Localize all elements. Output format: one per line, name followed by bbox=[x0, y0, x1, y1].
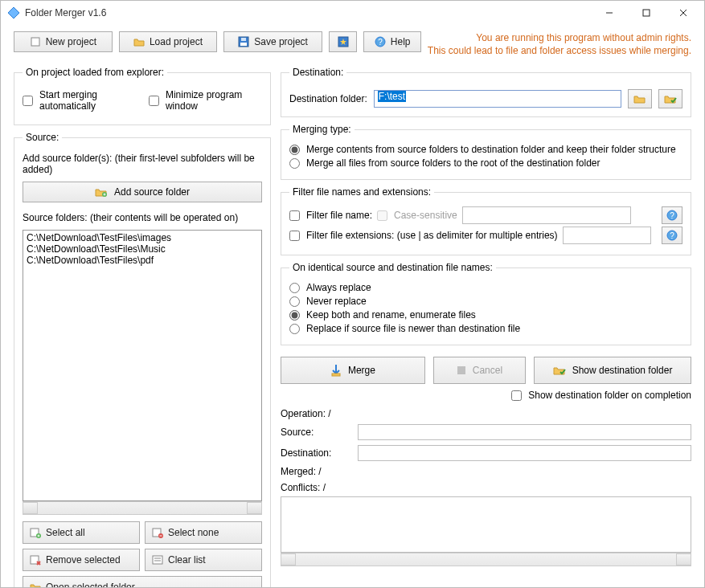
filter-group: Filter file names and extensions: Filter… bbox=[281, 186, 691, 255]
always-replace-input[interactable] bbox=[289, 283, 300, 293]
horizontal-scrollbar[interactable] bbox=[23, 501, 262, 515]
open-selected-folder-button[interactable]: Open selected folder bbox=[23, 576, 262, 588]
source-group: Source: Add source folder(s): (their fir… bbox=[14, 132, 271, 588]
add-source-folder-button[interactable]: Add source folder bbox=[23, 182, 262, 202]
filter-extensions-input[interactable] bbox=[289, 231, 300, 241]
remove-selected-label: Remove selected bbox=[46, 554, 121, 566]
help-icon: ? bbox=[666, 230, 678, 241]
clear-list-label: Clear list bbox=[168, 554, 206, 566]
start-auto-input[interactable] bbox=[23, 96, 33, 106]
merging-type-legend: Merging type: bbox=[289, 124, 355, 135]
minimize-window-input[interactable] bbox=[149, 96, 159, 106]
open-selected-folder-label: Open selected folder bbox=[46, 582, 135, 588]
filter-file-name-checkbox[interactable]: Filter file name: bbox=[289, 210, 372, 221]
new-project-button[interactable]: New project bbox=[14, 31, 113, 52]
always-replace-radio[interactable]: Always replace bbox=[289, 282, 682, 293]
confirm-destination-button[interactable] bbox=[658, 89, 682, 108]
filter-file-name-label: Filter file name: bbox=[306, 210, 372, 221]
minimize-window-label: Minimize program window bbox=[166, 89, 262, 112]
clear-list-button[interactable]: Clear list bbox=[145, 549, 262, 571]
never-replace-input[interactable] bbox=[289, 296, 300, 307]
source-folders-list[interactable]: C:\NetDownload\TestFiles\images C:\NetDo… bbox=[23, 230, 262, 501]
destination-folder-label: Destination folder: bbox=[289, 93, 367, 104]
help-button[interactable]: ? Help bbox=[363, 31, 420, 52]
browse-destination-button[interactable] bbox=[628, 89, 652, 108]
list-item[interactable]: C:\NetDownload\TestFiles\pdf bbox=[27, 255, 258, 266]
list-clear-icon bbox=[152, 554, 163, 566]
destination-folder-input[interactable]: F:\test bbox=[374, 90, 621, 108]
folder-check-icon bbox=[664, 93, 677, 104]
replace-if-newer-radio[interactable]: Replace if source file is newer than des… bbox=[289, 323, 682, 334]
add-source-folder-label: Add source folder bbox=[114, 186, 190, 198]
show-on-completion-checkbox[interactable]: Show destination folder on completion bbox=[511, 390, 691, 401]
new-project-icon bbox=[30, 36, 41, 47]
keep-both-radio[interactable]: Keep both and rename, enumerate files bbox=[289, 309, 682, 321]
list-remove-icon bbox=[152, 527, 163, 538]
never-replace-radio[interactable]: Never replace bbox=[289, 296, 682, 307]
replace-if-newer-input[interactable] bbox=[289, 324, 300, 334]
folder-open-icon bbox=[133, 36, 145, 47]
conflicts-status: Conflicts: / bbox=[281, 482, 326, 493]
svg-text:?: ? bbox=[670, 211, 674, 220]
svg-rect-26 bbox=[153, 556, 162, 564]
source-legend: Source: bbox=[23, 132, 62, 143]
log-horizontal-scrollbar[interactable] bbox=[281, 553, 691, 566]
start-auto-checkbox[interactable]: Start merging automatically bbox=[23, 89, 141, 112]
save-icon bbox=[238, 36, 249, 47]
folder-check-icon bbox=[553, 365, 566, 376]
svg-rect-33 bbox=[332, 374, 340, 376]
svg-rect-34 bbox=[457, 366, 465, 374]
filter-name-help-button[interactable]: ? bbox=[662, 206, 682, 224]
save-extra-button[interactable] bbox=[329, 31, 358, 52]
list-delete-icon bbox=[30, 554, 41, 566]
merge-keep-structure-label: Merge contents from source folders to de… bbox=[306, 144, 676, 155]
remove-selected-button[interactable]: Remove selected bbox=[23, 549, 140, 571]
show-destination-button[interactable]: Show destination folder bbox=[534, 357, 691, 384]
list-item[interactable]: C:\NetDownload\TestFiles\Music bbox=[27, 243, 258, 255]
minimize-button[interactable] bbox=[593, 1, 630, 25]
log-output[interactable] bbox=[281, 496, 691, 553]
show-destination-label: Show destination folder bbox=[572, 365, 673, 376]
source-status-label: Source: bbox=[281, 427, 353, 438]
load-project-button[interactable]: Load project bbox=[119, 31, 218, 52]
merging-type-group: Merging type: Merge contents from source… bbox=[281, 124, 691, 180]
filter-extensions-text-input[interactable] bbox=[563, 227, 651, 244]
svg-text:?: ? bbox=[670, 231, 674, 240]
merge-label: Merge bbox=[348, 365, 375, 376]
folder-add-icon bbox=[95, 186, 108, 198]
filter-legend: Filter file names and extensions: bbox=[289, 186, 434, 198]
help-label: Help bbox=[391, 36, 411, 47]
filter-ext-help-button[interactable]: ? bbox=[662, 227, 682, 244]
show-on-completion-input[interactable] bbox=[511, 390, 522, 401]
close-button[interactable] bbox=[667, 1, 704, 25]
svg-rect-7 bbox=[240, 43, 247, 46]
select-all-button[interactable]: Select all bbox=[23, 521, 140, 544]
merge-to-root-input[interactable] bbox=[289, 158, 300, 169]
list-item[interactable]: C:\NetDownload\TestFiles\images bbox=[27, 232, 258, 243]
maximize-button[interactable] bbox=[630, 1, 667, 25]
source-list-hint: Source folders: (their contents will be … bbox=[23, 212, 262, 223]
load-project-label: Load project bbox=[150, 36, 203, 47]
cancel-button[interactable]: Cancel bbox=[433, 357, 526, 384]
select-none-button[interactable]: Select none bbox=[145, 521, 262, 544]
toolbar: New project Load project Save project ? … bbox=[1, 25, 704, 60]
help-icon: ? bbox=[375, 36, 386, 47]
filter-name-text-input[interactable] bbox=[462, 206, 631, 224]
filter-file-name-input[interactable] bbox=[289, 210, 300, 221]
source-status-value bbox=[358, 424, 691, 440]
merge-button[interactable]: Merge bbox=[281, 357, 425, 384]
keep-both-input[interactable] bbox=[289, 310, 300, 321]
stop-icon bbox=[457, 365, 466, 375]
minimize-window-checkbox[interactable]: Minimize program window bbox=[149, 89, 262, 112]
merge-to-root-radio[interactable]: Merge all files from source folders to t… bbox=[289, 157, 682, 169]
explorer-options-group: On project loaded from explorer: Start m… bbox=[14, 67, 271, 125]
merge-keep-structure-radio[interactable]: Merge contents from source folders to de… bbox=[289, 144, 682, 155]
destination-group: Destination: Destination folder: F:\test bbox=[281, 67, 691, 117]
merge-keep-structure-input[interactable] bbox=[289, 145, 300, 155]
always-replace-label: Always replace bbox=[306, 282, 371, 293]
svg-rect-8 bbox=[241, 38, 246, 41]
identical-names-group: On identical source and destination file… bbox=[281, 262, 691, 345]
add-source-hint: Add source folder(s): (their first-level… bbox=[23, 153, 262, 175]
filter-extensions-checkbox[interactable]: Filter file extensions: (use | as delimi… bbox=[289, 230, 558, 241]
save-project-button[interactable]: Save project bbox=[223, 31, 322, 52]
